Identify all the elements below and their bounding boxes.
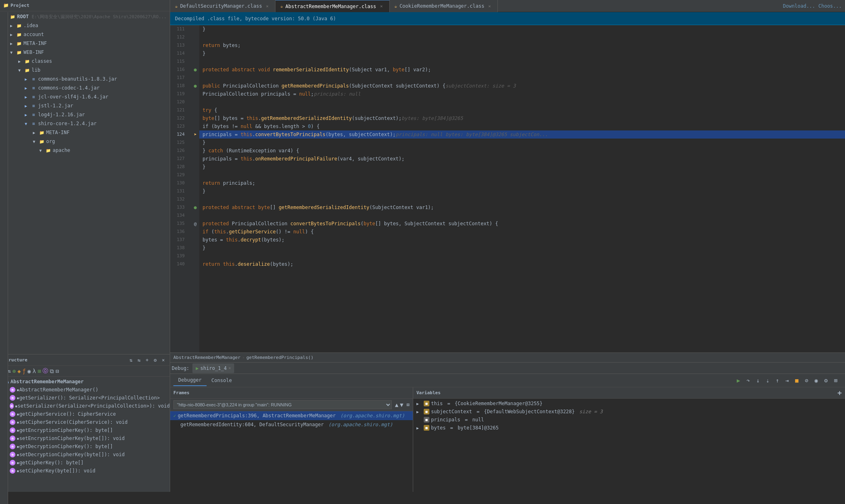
struct-getEncKey[interactable]: m ▪ getEncryptionCipherKey(): byte[] [0, 426, 170, 434]
sort-visibility-icon[interactable]: ⇅ [8, 368, 11, 374]
debug-session-close[interactable]: × [228, 365, 231, 371]
add-watch-btn[interactable]: + [837, 389, 842, 397]
thread-up-btn[interactable]: ▲ [395, 401, 398, 408]
stop-btn[interactable]: ■ [792, 376, 801, 385]
settings-debug-btn[interactable]: ⚙ [822, 376, 830, 385]
ln-132: 132 [170, 195, 188, 203]
abstract-icon[interactable]: ⓪ [43, 367, 48, 375]
tree-meta-inf-2[interactable]: ▶ 📁 META-INF [0, 128, 170, 137]
step-over-btn[interactable]: ↷ [744, 376, 753, 385]
settings-icon[interactable]: ⚙ [152, 357, 158, 363]
project-tree[interactable]: ▼ 📁 ROOT E:\网络安全\漏洞研究\2020\Apache Shiro\… [0, 11, 170, 354]
tree-account[interactable]: ▶ 📁 account [0, 30, 170, 39]
tree-commons-beanutils[interactable]: ▶ ≡ commons-beanutils-1.8.3.jar [0, 75, 170, 83]
tab-3[interactable]: ☕ CookieRememberMeManager.class × [390, 0, 498, 12]
struct-setCipherService[interactable]: m ▪ setCipherService(CipherService): voi… [0, 418, 170, 426]
tree-meta-inf[interactable]: ▶ 📁 META-INF [0, 39, 170, 48]
breadcrumb-method[interactable]: getRememberedPrincipals() [246, 355, 314, 360]
choose-link[interactable]: Choos... [818, 3, 842, 9]
tree-log4j[interactable]: ▶ ≡ log4j-1.2.16.jar [0, 110, 170, 119]
step-into-btn[interactable]: ↓ [753, 376, 762, 385]
side-project-label[interactable] [0, 15, 8, 23]
close-structure-icon[interactable]: × [160, 357, 166, 363]
var-b-expand[interactable]: ▶ [416, 426, 422, 430]
tree-org[interactable]: ▼ 📁 org [0, 137, 170, 146]
tab-1[interactable]: ☕ DefaultSecurityManager.class × [170, 0, 275, 12]
var-sc-expand[interactable]: ▶ [416, 410, 422, 414]
console-tab[interactable]: Console [207, 375, 237, 386]
tree-idea[interactable]: ▶ 📁 .idea [0, 21, 170, 30]
sort-alpha-icon[interactable]: ⇅ [128, 357, 134, 363]
struct-getDecKey[interactable]: m ▪ getDecryptionCipherKey(): byte[] [0, 442, 170, 451]
run-to-cursor-btn[interactable]: ⇥ [783, 376, 792, 385]
thread-filter-btn[interactable]: ⊞ [407, 402, 410, 408]
code-line-124: principals = this.convertBytesToPrincipa… [199, 130, 845, 139]
anon-icon[interactable]: ◉ [28, 368, 31, 374]
gutter-circle-116: ● [194, 67, 196, 73]
frame-1[interactable]: ✓ getRememberedPrincipals:396, AbstractR… [170, 411, 413, 420]
debug-session-tab[interactable]: ▶ shiro_1_4 × [192, 363, 234, 373]
tree-shiro-core[interactable]: ▼ ≡ shiro-core-1.2.4.jar [0, 119, 170, 128]
var-sc-equals: = [474, 409, 479, 414]
struct-setCipherKey[interactable]: m ▪ setCipherKey(byte[]): void [0, 467, 170, 475]
struct-getCipherService[interactable]: m ▪ getCipherService(): CipherService [0, 410, 170, 418]
collapse-nodes-icon[interactable]: ⊟ [55, 368, 59, 374]
tree-commons-codec[interactable]: ▶ ≡ commons-codec-1.4.jar [0, 83, 170, 92]
struct-setEncKey[interactable]: m ▪ setEncryptionCipherKey(byte[]): void [0, 434, 170, 442]
code-text-114: } [203, 49, 205, 58]
method-icon-toolbar[interactable]: ƒ [22, 368, 26, 374]
force-step-into-btn[interactable]: ⇣ [763, 376, 772, 385]
method-name-9: setDecryptionCipherKey(byte[]): void [19, 452, 125, 457]
code-text-135: protected PrincipalCollection convertByt… [203, 220, 498, 228]
line-numbers: 111 112 113 114 115 116 117 118 119 120 … [170, 25, 191, 352]
tree-classes[interactable]: ▶ 📁 classes [0, 57, 170, 66]
resume-btn[interactable]: ▶ [734, 376, 743, 385]
restore-layout-btn[interactable]: ⊞ [831, 376, 840, 385]
jar-label-4: jstl-1.2.jar [38, 103, 73, 109]
struct-getCipherKey[interactable]: m ▪ getCipherKey(): byte[] [0, 459, 170, 467]
gutter-120 [191, 98, 199, 106]
interface-icon[interactable]: ⊞ [38, 368, 41, 374]
struct-class[interactable]: ▼ A AbstractRememberMeManager [0, 378, 170, 386]
code-editor[interactable]: 111 112 113 114 115 116 117 118 119 120 … [170, 25, 845, 352]
thread-dropdown[interactable]: "http-nio-8080-exec-3"@3,224 in group "m… [173, 400, 392, 409]
ln-136: 136 [170, 228, 188, 236]
expand-nodes-icon[interactable]: ⧉ [50, 368, 54, 375]
struct-constructor[interactable]: m ▪ AbstractRememberMeManager() [0, 386, 170, 394]
debug-content: Frames "http-nio-8080-exec-3"@3,224 in g… [170, 387, 845, 492]
frame-2[interactable]: getRememberedIdentity:604, DefaultSecuri… [170, 420, 413, 429]
field-icon[interactable]: ◈ [17, 368, 21, 374]
tree-jstl[interactable]: ▶ ≡ jstl-1.2.jar [0, 101, 170, 110]
thread-down-btn[interactable]: ▼ [400, 401, 403, 408]
sort-type-icon[interactable]: ⇆ [136, 357, 142, 363]
lambda-icon[interactable]: λ [32, 368, 36, 374]
tab-2[interactable]: ☕ AbstractRememberMeManager.class × [275, 0, 390, 12]
tab2-close[interactable]: × [379, 4, 384, 9]
mute-breakpoints-btn[interactable]: ⊘ [802, 376, 811, 385]
download-link[interactable]: Download... [783, 3, 815, 9]
view-breakpoints-btn[interactable]: ◉ [812, 376, 821, 385]
struct-getSerializer[interactable]: m ▪ getSerializer(): Serializer<Principa… [0, 394, 170, 402]
struct-setSerializer[interactable]: m ▪ setSerializer(Serializer<PrincipalCo… [0, 402, 170, 410]
tab3-close[interactable]: × [487, 3, 493, 9]
tree-lib[interactable]: ▼ 📁 lib [0, 66, 170, 75]
var-principals[interactable]: ■ principals = null [413, 416, 845, 424]
add-icon[interactable]: ⊕ [12, 368, 15, 374]
expand-all-icon[interactable]: + [144, 357, 150, 363]
tree-root[interactable]: ▼ 📁 ROOT E:\网络安全\漏洞研究\2020\Apache Shiro\… [0, 12, 170, 21]
struct-setDecKey[interactable]: m ▪ setDecryptionCipherKey(byte[]): void [0, 451, 170, 459]
var-bytes[interactable]: ▶ ■ bytes = byte[384]@3265 [413, 424, 845, 432]
tree-apache[interactable]: ▼ 📁 apache [0, 146, 170, 155]
step-out-btn[interactable]: ↑ [773, 376, 782, 385]
debugger-tab[interactable]: Debugger [173, 375, 207, 386]
breadcrumb-class[interactable]: AbstractRememberMeManager [173, 355, 241, 360]
tab3-label: CookieRememberMeManager.class [399, 3, 484, 9]
var-subjectContext[interactable]: ▶ ■ subjectContext = {DefaultWebSubjectC… [413, 408, 845, 416]
tab1-close[interactable]: × [265, 3, 270, 9]
var-this-expand[interactable]: ▶ [416, 401, 422, 406]
tree-jcl[interactable]: ▶ ≡ jcl-over-slf4j-1.6.4.jar [0, 92, 170, 101]
code-line-121: try { [199, 106, 845, 114]
var-this[interactable]: ▶ ■ this = {CookieRememberMeManager@3255… [413, 399, 845, 408]
tree-web-inf[interactable]: ▼ 📁 WEB-INF [0, 48, 170, 57]
method-name-8: getDecryptionCipherKey(): byte[] [19, 444, 113, 449]
